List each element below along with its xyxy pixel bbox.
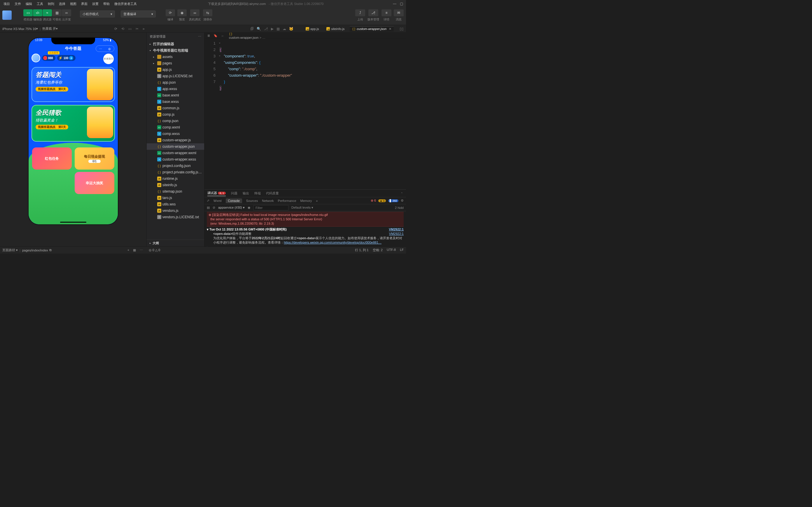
lucky-draw-card[interactable]: 幸运大抽奖 [75,172,114,194]
tree-item[interactable]: Tvendors.js.LICENSE.txt [147,214,204,220]
tab-debugger[interactable]: 调试器 6, 1 [207,191,226,196]
scene-icon[interactable]: ▦ [133,248,136,252]
live-icon[interactable]: ◉ [248,206,251,210]
tree-item[interactable]: { }comp.json [147,118,204,124]
refresh-icon[interactable]: ⟳ [114,27,117,31]
tree-item[interactable]: ≡comp.wxss [147,130,204,137]
tree-item[interactable]: <>custom-wrapper.wxml [147,150,204,156]
withdraw-tag[interactable]: 点击提现 [48,51,59,54]
tree-item[interactable]: Tapp.js.LICENSE.txt [147,73,204,79]
tab-problems[interactable]: 问题 [231,191,238,195]
list-icon[interactable]: ≣ [207,34,210,38]
menu-file[interactable]: 文件 [13,1,23,7]
context-select[interactable]: appservice (#30) ▾ [218,206,245,210]
code-editor[interactable]: 123 456 7 ⌄ ⌄ { "component": true, "usin… [204,39,406,189]
tab-output[interactable]: 输出 [243,191,249,195]
menu-help[interactable]: 帮助 [101,1,111,7]
dt-wxml[interactable]: Wxml [213,199,222,203]
tree-item[interactable]: JScustom-wrapper.js [147,137,204,144]
tree-root[interactable]: ▸打开的编辑器 [147,41,204,47]
menu-select[interactable]: 选择 [57,1,67,7]
tree-item[interactable]: ≡base.wxss [147,99,204,105]
simulator-toggle[interactable]: ▭ [23,9,33,16]
fold-icon[interactable]: ⌄ [218,41,221,44]
tree-item[interactable]: { }project.config.json [147,163,204,169]
close-tab-icon[interactable]: ✕ [389,27,392,31]
dt-perf[interactable]: Performance [278,199,296,203]
energy-pill[interactable]: ⚡100+ [57,55,76,61]
daily-cash-card[interactable]: 每日现金提现 0/1 [75,148,114,170]
tree-item[interactable]: <>comp.wxml [147,124,204,130]
cat-icon[interactable]: 🐱 [289,27,293,31]
git-icon[interactable]: ⎇ [264,27,268,31]
tree-item[interactable]: { }sitemap.json [147,188,204,194]
eol[interactable]: LF [400,248,404,252]
user-avatar[interactable] [2,10,12,20]
indent-info[interactable]: 空格: 2 [373,248,383,252]
remote-debug-button[interactable]: ⫘ [190,9,200,16]
rotate-icon[interactable]: ⟲ [121,27,124,31]
more-sim-icon[interactable]: » [143,27,145,31]
menu-ui[interactable]: 界面 [79,1,89,7]
menu-goto[interactable]: 转到 [46,1,56,7]
version-button[interactable]: ⎇ [368,9,378,16]
tree-item[interactable]: JScomp.js [147,111,204,118]
cursor-pos[interactable]: 行 1, 列 1 [355,248,368,252]
tree-item[interactable]: JSapp.js [147,66,204,73]
levels-select[interactable]: Default levels ▾ [291,206,313,210]
quiz-card[interactable]: 答题闯关 海量红包券等你 视频答题挑战 第0关 [32,67,115,102]
debugger-toggle[interactable]: ≈ [43,9,52,16]
tab-terminal[interactable]: 终端 [254,191,261,195]
outline-header[interactable]: ▸大纲 [147,239,204,246]
explorer-icon[interactable]: 🗐 [250,27,254,31]
search-icon[interactable]: 🔍 [257,27,261,31]
tree-item[interactable]: JStaro.js [147,194,204,201]
hot-reload-toggle[interactable]: 热重载 开 [42,26,56,31]
dt-sources[interactable]: Sources [246,199,258,203]
tree-item[interactable]: ≡app.wxss [147,86,204,92]
db-icon[interactable]: ☁ [283,27,286,31]
sidebar-toggle-icon[interactable]: ▤ [207,206,210,210]
breadcrumb-file[interactable]: custom-wrapper.json [229,36,259,39]
clear-console-icon[interactable]: ⊘ [213,206,215,210]
tree-item[interactable]: { }app.json [147,79,204,86]
tab-custom-wrapper[interactable]: { }custom-wrapper.json ✕ [350,26,394,32]
tree-item[interactable]: { }custom-wrapper.json [147,144,204,150]
miniapp-capsule[interactable]: ⋯◎ [96,46,114,52]
problems-summary[interactable]: ◎ 0 △ 0 [149,248,160,252]
clear-cache-button[interactable]: ⇆ [203,9,212,16]
coin-pill[interactable]: 888 [42,55,55,61]
debug-icon[interactable]: ▶ [271,27,273,31]
vm-link-2[interactable]: VM2922:1 [389,232,404,236]
split-editor-icon[interactable]: ▯▯ [400,27,404,31]
tree-item[interactable]: JScommon.js [147,105,204,111]
explorer-more-icon[interactable]: ⋯ [198,35,201,39]
tree-item[interactable]: JSutils.wxs [147,201,204,208]
cloud-toggle[interactable]: ∞ [62,9,71,16]
screenshot-icon[interactable]: ▭ [128,27,132,31]
doc-link[interactable]: https://developers.weixin.qq.com/communi… [284,241,382,244]
song-card[interactable]: 全民猜歌 猜歌赢奖金！ 视频答题挑战 第0关 [32,105,115,142]
tab-quality[interactable]: 代码质量 [266,191,279,195]
menu-settings[interactable]: 设置 [90,1,100,7]
more-status-icon[interactable]: ⋯ [140,248,143,252]
preview-button[interactable]: ◉ [177,9,187,16]
dt-memory[interactable]: Memory [300,199,312,203]
menu-view[interactable]: 视图 [68,1,78,7]
ext-icon[interactable]: ▦ [276,27,280,31]
menu-project[interactable]: 项目 [2,1,12,7]
compile-button[interactable]: ⟳ [166,9,175,16]
back-icon[interactable]: ← [221,34,224,38]
filter-input[interactable] [253,205,289,210]
tree-root[interactable]: ▾牛牛视频答题红包前端 [147,47,204,54]
tree-item[interactable]: ▸pages [147,60,204,66]
compile-mode-select[interactable]: 普通编译▾ [121,10,156,17]
maximize-button[interactable]: ▢ [400,2,403,6]
inspect-icon[interactable]: ⬀ [207,199,209,203]
gear-icon[interactable]: ⚙ [401,199,404,203]
cut-icon[interactable]: ✂ [136,27,139,31]
tree-item[interactable]: JSsiteinfo.js [147,182,204,188]
menu-wechat[interactable]: 微信开发者工具 [113,1,139,7]
mini-program-mode-select[interactable]: 小程序模式▾ [80,10,115,17]
fold-icon-2[interactable]: ⌄ [218,54,221,57]
